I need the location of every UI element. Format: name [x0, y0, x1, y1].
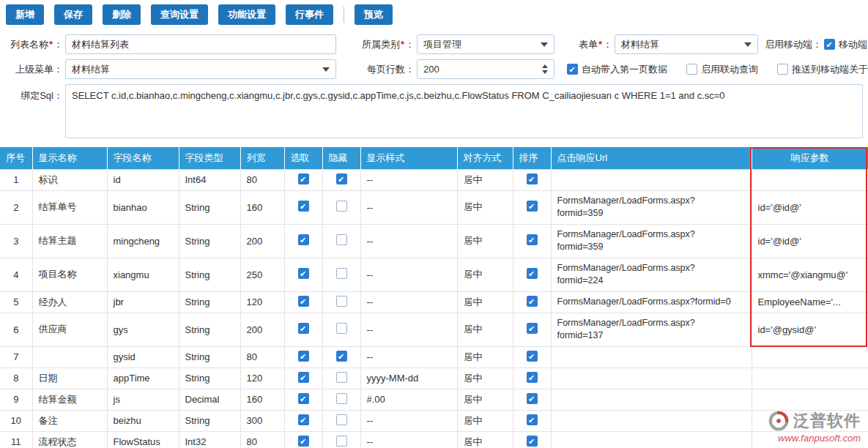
cell-display-style: --: [360, 169, 457, 190]
cell-click-url: [551, 389, 752, 410]
cell-field-name: gys: [107, 313, 179, 346]
push-mobile-checkbox[interactable]: [777, 64, 788, 75]
select-checkbox[interactable]: [298, 414, 309, 425]
select-checkbox[interactable]: [298, 351, 309, 362]
form-label: 表单*：: [557, 38, 612, 51]
row-event-button[interactable]: 行事件: [286, 4, 333, 25]
cell-field-type: String: [179, 224, 240, 258]
cell-hide: [322, 224, 360, 258]
linked-query-check-item[interactable]: 启用联动查询: [686, 63, 758, 76]
cell-field-name: appTime: [107, 367, 179, 389]
required-star: *: [598, 39, 602, 50]
cell-index: 5: [0, 291, 32, 313]
page-rows-value: 200: [423, 64, 439, 75]
hide-checkbox[interactable]: [336, 234, 347, 245]
hide-checkbox[interactable]: [336, 351, 347, 362]
cell-sort: [513, 190, 551, 224]
auto-first-page-checkbox[interactable]: [567, 64, 578, 75]
cell-field-name: js: [107, 389, 179, 410]
cell-hide: [322, 169, 360, 190]
page-rows-label: 每页行数：: [338, 63, 415, 76]
table-row[interactable]: 6 供应商 gys String 200 -- 居中 FormsManager/…: [0, 313, 868, 346]
sort-checkbox[interactable]: [527, 296, 538, 307]
page-rows-stepper[interactable]: 200: [417, 59, 554, 79]
select-checkbox[interactable]: [298, 173, 309, 184]
bind-sql-textarea[interactable]: [65, 84, 863, 138]
add-button[interactable]: 新增: [6, 4, 44, 25]
sort-checkbox[interactable]: [527, 351, 538, 362]
label-colon: ：: [603, 39, 612, 50]
cell-display-name: 经办人: [32, 291, 107, 313]
spinner-down-icon[interactable]: [542, 70, 548, 74]
parent-menu-value: 材料结算: [72, 63, 110, 76]
push-mobile-check-item[interactable]: 推送到移动端关于我: [777, 63, 868, 76]
form-select[interactable]: 材料结算: [615, 34, 758, 54]
table-row[interactable]: 7 gysid String 80 -- 居中: [0, 346, 868, 367]
auto-first-page-check-item[interactable]: 自动带入第一页数据: [567, 63, 667, 76]
select-checkbox[interactable]: [298, 393, 309, 404]
function-settings-button[interactable]: 功能设置: [218, 4, 275, 25]
table-row[interactable]: 9 结算金额 js Decimal 160 #.00 居中: [0, 389, 868, 410]
select-checkbox[interactable]: [298, 201, 309, 212]
table-row[interactable]: 5 经办人 jbr String 120 -- 居中 FormsManager/…: [0, 291, 868, 313]
save-button[interactable]: 保存: [54, 4, 92, 25]
hide-checkbox[interactable]: [336, 436, 347, 447]
hide-checkbox[interactable]: [336, 296, 347, 307]
hide-checkbox[interactable]: [336, 414, 347, 425]
label-colon: ：: [53, 64, 63, 75]
table-row[interactable]: 1 标识 id Int64 80 -- 居中: [0, 169, 868, 190]
select-checkbox[interactable]: [298, 436, 309, 447]
hide-checkbox[interactable]: [336, 393, 347, 404]
sort-checkbox[interactable]: [527, 268, 538, 279]
cell-field-type: Int32: [179, 431, 240, 448]
table-row[interactable]: 2 结算单号 bianhao String 160 -- 居中 FormsMan…: [0, 190, 868, 224]
hide-checkbox[interactable]: [336, 268, 347, 279]
select-checkbox[interactable]: [298, 372, 309, 383]
cell-sort: [513, 169, 551, 190]
query-settings-button[interactable]: 查询设置: [151, 4, 208, 25]
sort-checkbox[interactable]: [527, 414, 538, 425]
cell-index: 2: [0, 190, 32, 224]
list-name-input[interactable]: [65, 34, 336, 54]
select-checkbox[interactable]: [298, 234, 309, 245]
parent-menu-select[interactable]: 材料结算: [65, 59, 336, 79]
cell-col-width: 300: [240, 410, 284, 431]
hide-checkbox[interactable]: [336, 323, 347, 334]
table-row[interactable]: 11 流程状态 FlowStatus Int32 80 -- 居中: [0, 431, 868, 448]
hide-checkbox[interactable]: [336, 201, 347, 212]
sort-checkbox[interactable]: [527, 393, 538, 404]
cell-field-name: mingcheng: [107, 224, 179, 258]
table-row[interactable]: 4 项目名称 xiangmu String 250 -- 居中 FormsMan…: [0, 258, 868, 291]
preview-button[interactable]: 预览: [355, 4, 393, 25]
cell-sort: [513, 431, 551, 448]
sort-checkbox[interactable]: [527, 436, 538, 447]
sort-checkbox[interactable]: [527, 372, 538, 383]
enable-mobile-checkbox[interactable]: [824, 39, 835, 50]
cell-response-param: [752, 367, 868, 389]
sort-checkbox[interactable]: [527, 173, 538, 184]
cell-display-style: --: [360, 431, 457, 448]
cell-col-width: 200: [240, 313, 284, 346]
linked-query-checkbox[interactable]: [686, 64, 697, 75]
sort-checkbox[interactable]: [527, 234, 538, 245]
hide-checkbox[interactable]: [336, 173, 347, 184]
header-align: 对齐方式: [457, 147, 513, 169]
spinner-up-icon[interactable]: [542, 64, 548, 68]
table-row[interactable]: 10 备注 beizhu String 300 -- 居中: [0, 410, 868, 431]
cell-display-style: --: [360, 410, 457, 431]
select-checkbox[interactable]: [298, 296, 309, 307]
table-row[interactable]: 3 结算主题 mingcheng String 200 -- 居中 FormsM…: [0, 224, 868, 258]
select-checkbox[interactable]: [298, 323, 309, 334]
cell-click-url: [551, 410, 752, 431]
sort-checkbox[interactable]: [527, 323, 538, 334]
enable-mobile-check-label: 移动端: [839, 38, 867, 51]
select-checkbox[interactable]: [298, 268, 309, 279]
label-text: 上级菜单: [15, 64, 53, 75]
hide-checkbox[interactable]: [336, 372, 347, 383]
enable-mobile-check-item[interactable]: 移动端: [824, 38, 867, 51]
category-select[interactable]: 项目管理: [417, 34, 554, 54]
table-row[interactable]: 8 日期 appTime String 120 yyyy-MM-dd 居中: [0, 367, 868, 389]
cell-hide: [322, 431, 360, 448]
sort-checkbox[interactable]: [527, 201, 538, 212]
delete-button[interactable]: 删除: [103, 4, 141, 25]
